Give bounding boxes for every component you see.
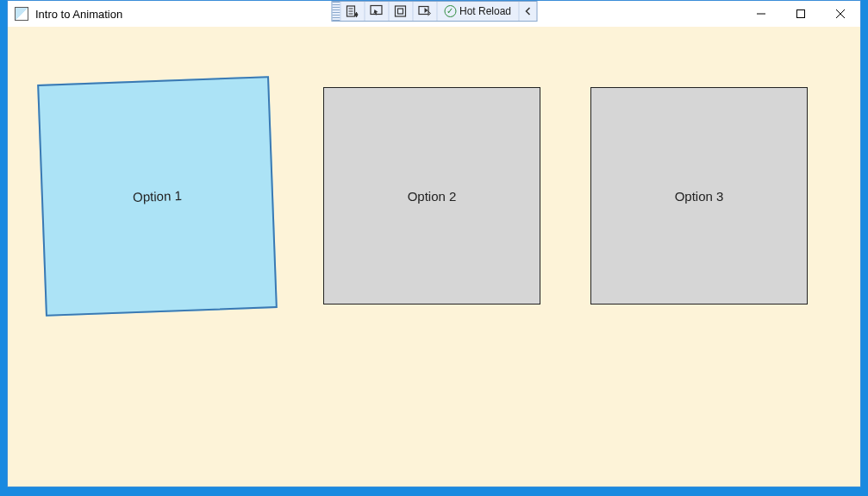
- option-card-2[interactable]: Option 2: [323, 87, 540, 305]
- close-button[interactable]: [821, 1, 860, 27]
- title-bar[interactable]: Intro to Animation: [8, 1, 860, 27]
- select-element-button[interactable]: [365, 2, 389, 21]
- debug-toolbar: ✓ Hot Reload: [331, 1, 537, 22]
- app-window: Intro to Animation: [7, 0, 861, 487]
- app-icon: [15, 7, 28, 21]
- maximize-button[interactable]: [781, 1, 821, 27]
- svg-rect-12: [797, 10, 805, 18]
- minimize-button[interactable]: [741, 1, 781, 27]
- visual-tree-button[interactable]: [340, 2, 365, 21]
- check-circle-icon: ✓: [444, 5, 456, 17]
- layout-adorners-button[interactable]: [389, 2, 413, 21]
- card-label: Option 2: [408, 189, 457, 204]
- hotreload-icon-button[interactable]: [413, 2, 437, 21]
- svg-rect-8: [395, 6, 405, 16]
- option-card-3[interactable]: Option 3: [590, 87, 808, 305]
- hot-reload-label: Hot Reload: [459, 5, 511, 17]
- svg-rect-9: [397, 9, 403, 14]
- card-label: Option 1: [133, 188, 182, 204]
- window-controls: [741, 1, 860, 27]
- svg-point-4: [355, 14, 358, 16]
- card-label: Option 3: [675, 189, 724, 204]
- hot-reload-button[interactable]: ✓ Hot Reload: [437, 2, 519, 21]
- toolbar-grip-icon[interactable]: [332, 2, 340, 21]
- option-card-1[interactable]: Option 1: [37, 76, 278, 317]
- collapse-toolbar-button[interactable]: [519, 2, 536, 21]
- client-area: Option 1 Option 2 Option 3: [8, 27, 860, 487]
- window-title: Intro to Animation: [35, 8, 122, 21]
